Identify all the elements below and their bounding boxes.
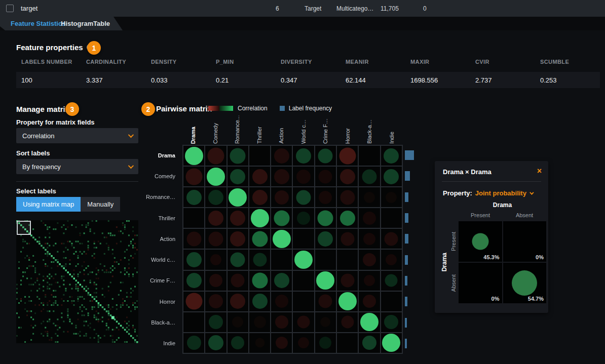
matrix-cell[interactable] xyxy=(271,187,292,207)
toggle-using-matrix-map[interactable]: Using matrix map xyxy=(16,197,81,212)
matrix-cell[interactable] xyxy=(381,146,402,166)
sort-dropdown[interactable]: By frequency xyxy=(16,159,138,174)
matrix-cell[interactable] xyxy=(228,229,248,249)
matrix-cell[interactable] xyxy=(381,167,402,186)
matrix-cell[interactable] xyxy=(205,333,226,353)
matrix-column-label[interactable]: Thriller xyxy=(249,115,271,144)
matrix-cell[interactable] xyxy=(205,208,226,228)
matrix-cell[interactable] xyxy=(249,312,270,332)
panel-property-selector[interactable]: Joint probability xyxy=(475,189,526,197)
close-icon[interactable]: × xyxy=(537,166,542,177)
matrix-cell[interactable] xyxy=(315,208,336,228)
matrix-cell[interactable] xyxy=(228,167,248,186)
matrix-column-label[interactable]: Black-a… xyxy=(359,115,381,144)
matrix-cell[interactable] xyxy=(271,333,292,353)
matrix-cell[interactable] xyxy=(249,250,270,269)
matrix-cell[interactable] xyxy=(228,250,248,269)
matrix-cell[interactable] xyxy=(315,167,336,186)
matrix-row-label[interactable]: Romance… xyxy=(126,187,179,208)
matrix-cell[interactable] xyxy=(293,229,314,249)
matrix-cell[interactable] xyxy=(183,167,204,186)
matrix-cell[interactable] xyxy=(249,167,270,186)
toggle-manually[interactable]: Manually xyxy=(81,197,120,212)
matrix-cell[interactable] xyxy=(337,208,358,228)
matrix-cell[interactable] xyxy=(359,229,380,249)
matrix-cell[interactable] xyxy=(271,146,292,166)
matrix-column-label[interactable]: Indie xyxy=(381,115,403,144)
matrix-cell[interactable] xyxy=(271,208,292,228)
matrix-row-label[interactable]: Indie xyxy=(126,333,179,354)
matrix-cell[interactable] xyxy=(249,146,270,166)
matrix-cell[interactable] xyxy=(337,292,358,311)
matrix-cell[interactable] xyxy=(359,250,380,269)
matrix-cell[interactable] xyxy=(183,187,204,207)
matrix-row-label[interactable]: World c… xyxy=(126,249,179,270)
matrix-cell[interactable] xyxy=(271,229,292,249)
property-dropdown[interactable]: Correlation xyxy=(16,128,138,143)
tab-feature-statistics[interactable]: Feature Statistics xyxy=(11,20,65,27)
matrix-cell[interactable] xyxy=(337,167,358,186)
matrix-cell[interactable] xyxy=(249,229,270,249)
matrix-cell[interactable] xyxy=(315,292,336,311)
matrix-cell[interactable] xyxy=(205,229,226,249)
matrix-cell[interactable] xyxy=(337,271,358,291)
matrix-cell[interactable] xyxy=(293,208,314,228)
matrix-cell[interactable] xyxy=(183,312,204,332)
matrix-row-label[interactable]: Black-a… xyxy=(126,312,179,333)
matrix-cell[interactable] xyxy=(381,312,402,332)
matrix-cell[interactable] xyxy=(183,250,204,269)
matrix-cell[interactable] xyxy=(228,187,248,207)
matrix-cell[interactable] xyxy=(293,333,314,353)
matrix-cell[interactable] xyxy=(315,146,336,166)
matrix-column-label[interactable]: Romance… xyxy=(226,115,249,144)
matrix-cell[interactable] xyxy=(381,292,402,311)
matrix-cell[interactable] xyxy=(205,250,226,269)
matrix-cell[interactable] xyxy=(228,146,248,166)
matrix-cell[interactable] xyxy=(359,271,380,291)
matrix-cell[interactable] xyxy=(293,146,314,166)
matrix-cell[interactable] xyxy=(183,333,204,353)
matrix-cell[interactable] xyxy=(183,146,204,166)
matrix-cell[interactable] xyxy=(315,250,336,269)
matrix-cell[interactable] xyxy=(205,292,226,311)
matrix-cell[interactable] xyxy=(381,271,402,291)
matrix-cell[interactable] xyxy=(271,312,292,332)
matrix-cell[interactable] xyxy=(381,229,402,249)
matrix-cell[interactable] xyxy=(381,333,402,353)
matrix-cell[interactable] xyxy=(293,312,314,332)
matrix-column-label[interactable]: Action xyxy=(271,115,293,144)
matrix-cell[interactable] xyxy=(337,250,358,269)
matrix-cell[interactable] xyxy=(271,250,292,269)
matrix-cell[interactable] xyxy=(228,312,248,332)
matrix-cell[interactable] xyxy=(293,167,314,186)
tab-histogram[interactable]: Histogram xyxy=(61,20,93,27)
matrix-cell[interactable] xyxy=(293,271,314,291)
matrix-cell[interactable] xyxy=(359,187,380,207)
matrix-column-label[interactable]: Drama xyxy=(182,115,205,144)
matrix-cell[interactable] xyxy=(359,292,380,311)
matrix-cell[interactable] xyxy=(381,187,402,207)
feature-checkbox[interactable] xyxy=(6,5,14,12)
matrix-cell[interactable] xyxy=(359,333,380,353)
matrix-map[interactable] xyxy=(16,220,138,343)
matrix-cell[interactable] xyxy=(205,146,226,166)
matrix-row-label[interactable]: Horror xyxy=(126,291,179,312)
matrix-column-label[interactable]: Crime F… xyxy=(315,115,337,144)
matrix-cell[interactable] xyxy=(249,187,270,207)
matrix-cell[interactable] xyxy=(271,271,292,291)
matrix-cell[interactable] xyxy=(183,292,204,311)
matrix-cell[interactable] xyxy=(359,208,380,228)
matrix-cell[interactable] xyxy=(205,167,226,186)
matrix-row-label[interactable]: Comedy xyxy=(126,166,179,186)
matrix-cell[interactable] xyxy=(337,229,358,249)
matrix-row-label[interactable]: Action xyxy=(126,228,179,249)
matrix-cell[interactable] xyxy=(381,208,402,228)
matrix-column-label[interactable]: World c… xyxy=(293,115,315,144)
matrix-cell[interactable] xyxy=(228,208,248,228)
matrix-row-label[interactable]: Thriller xyxy=(126,208,179,228)
matrix-column-label[interactable]: Comedy xyxy=(205,115,227,144)
matrix-cell[interactable] xyxy=(315,271,336,291)
matrix-row-label[interactable]: Crime F… xyxy=(126,270,179,291)
matrix-cell[interactable] xyxy=(337,312,358,332)
matrix-cell[interactable] xyxy=(337,333,358,353)
